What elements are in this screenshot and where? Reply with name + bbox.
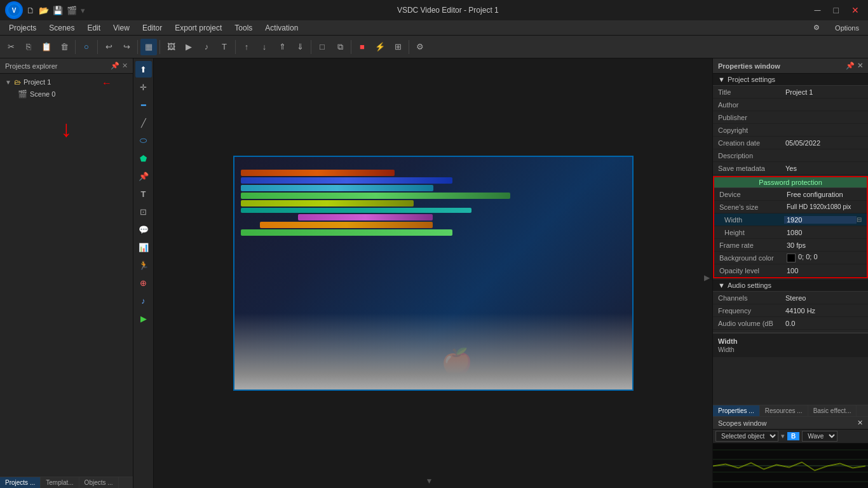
shape-tool[interactable]: □ (314, 39, 330, 55)
redo-tool[interactable]: ↪ (118, 39, 135, 55)
figure-tool[interactable]: 🏃 (135, 257, 152, 273)
minimize-btn[interactable]: ─ (811, 4, 825, 17)
menu-export[interactable]: Export project (168, 22, 228, 34)
settings-tool[interactable]: ⚙ (412, 39, 428, 55)
track-block-3 (241, 185, 433, 191)
chart-tool[interactable]: 📊 (135, 239, 152, 255)
prop-label-creation-date: Creation date (713, 139, 783, 147)
scopes-object-select[interactable]: Selected object (715, 431, 778, 442)
oval-tool[interactable]: ⬭ (135, 132, 152, 149)
pen-tool[interactable]: ╱ (135, 114, 152, 131)
track-block-7 (260, 222, 433, 228)
prop-value-width[interactable]: 1920 (784, 216, 857, 224)
width-spinner[interactable]: ⊟ (857, 216, 867, 223)
menu-activation[interactable]: Activation (259, 22, 304, 34)
right-panel-tabs: Properties ... Resources ... Basic effec… (713, 405, 868, 416)
prop-audio-volume: Audio volume (dB 0.0 (713, 317, 868, 330)
add-video[interactable]: ▶ (180, 39, 197, 55)
arrow-up2[interactable]: ⇑ (274, 39, 290, 55)
menu-scenes[interactable]: Scenes (43, 22, 81, 34)
panel-pin[interactable]: 📌 (111, 62, 119, 70)
arrow-up[interactable]: ↑ (238, 39, 255, 55)
effect-tool[interactable]: ⚡ (372, 39, 388, 55)
pin-tool[interactable]: 📌 (135, 168, 152, 184)
arrow-down2[interactable]: ⇓ (292, 39, 308, 55)
text-tool[interactable]: T (135, 186, 152, 202)
menu-edit[interactable]: Edit (81, 22, 107, 34)
save-btn[interactable]: 💾 (53, 6, 63, 15)
close-btn[interactable]: ✕ (848, 4, 863, 17)
track-block-8 (241, 229, 452, 236)
scopes-header: Scopes window ✕ (713, 417, 868, 430)
pointer-tool[interactable]: ⬆ (135, 61, 152, 78)
panel-tab-projects[interactable]: Projects ... (0, 477, 41, 488)
canvas-scroll-down[interactable]: ▼ (426, 477, 433, 485)
scopes-close[interactable]: ✕ (857, 419, 863, 427)
prop-value-save-metadata: Yes (783, 165, 868, 172)
prop-value-bg-color: 0; 0; 0 (784, 253, 867, 262)
export-btn[interactable]: 🎬 (67, 6, 77, 15)
open-btn[interactable]: 📂 (39, 6, 49, 15)
prop-description: Description (713, 149, 868, 162)
properties-scroll[interactable]: ▼ Project settings Title Project 1 Autho… (713, 74, 868, 405)
menu-tools[interactable]: Tools (228, 22, 259, 34)
add-audio[interactable]: ♪ (198, 39, 215, 55)
prop-device: Device Free configuration (714, 188, 867, 201)
menu-view[interactable]: View (107, 22, 136, 34)
delete-tool[interactable]: 🗑 (56, 39, 72, 55)
menu-projects[interactable]: Projects (3, 22, 43, 34)
subtitle-tool[interactable]: ⊡ (135, 203, 152, 220)
video-preview: 🍎 (234, 157, 632, 390)
separator7 (351, 40, 351, 54)
scene-tree-item[interactable]: 🎬 Scene 0 (0, 88, 133, 100)
prop-frame-rate: Frame rate 30 fps (714, 239, 867, 252)
password-protection-btn[interactable]: Password protection (714, 177, 867, 188)
scopes-title: Scopes window (718, 419, 766, 427)
scopes-b-btn[interactable]: B (787, 432, 799, 440)
panel-tab-objects[interactable]: Objects ... (79, 477, 119, 488)
paste-tool[interactable]: 📋 (38, 39, 55, 55)
audio-tool[interactable]: ♪ (135, 292, 152, 309)
panel-close[interactable]: ✕ (122, 62, 128, 70)
separator2 (97, 40, 98, 54)
undo-tool[interactable]: ↩ (100, 39, 117, 55)
prop-label-description: Description (713, 152, 783, 159)
copy-tool[interactable]: ⎘ (20, 39, 37, 55)
props-close[interactable]: ✕ (857, 62, 863, 70)
play-tool[interactable]: ▶ (135, 310, 152, 327)
canvas-scroll-right[interactable]: ▶ (704, 273, 710, 282)
prop-scenes-size: Scene's size Full HD 1920x1080 pix (714, 201, 867, 214)
diamond-tool[interactable]: ⬟ (135, 150, 152, 166)
layer-tool[interactable]: ⧉ (332, 39, 348, 55)
section-collapse-arrow: ▼ (718, 76, 725, 83)
left-panel: Projects explorer 📌 ✕ ← ▼ 🗁 Project 1 🎬 … (0, 58, 133, 488)
tab-basic-effects[interactable]: Basic effect... (808, 405, 857, 416)
color-correct[interactable]: ■ (354, 39, 370, 55)
scopes-wave-select[interactable]: Wave (802, 431, 837, 442)
add-image[interactable]: 🖼 (163, 39, 179, 55)
image2-tool[interactable]: ⊕ (135, 274, 152, 291)
menu-editor[interactable]: Editor (136, 22, 168, 34)
move-tool[interactable]: ✛ (135, 79, 152, 95)
properties-window-header: Properties window 📌 ✕ (713, 58, 868, 74)
audio-settings-label: Audio settings (728, 281, 771, 289)
circle-tool[interactable]: ○ (78, 39, 95, 55)
select-tool[interactable]: ▦ (140, 39, 157, 55)
cut-tool[interactable]: ✂ (3, 39, 19, 55)
rectangle-tool[interactable]: ━ (135, 97, 152, 113)
arrow-down[interactable]: ↓ (256, 39, 273, 55)
tab-properties[interactable]: Properties ... (713, 405, 760, 416)
dropdown-arrow[interactable]: ▾ (81, 6, 85, 15)
speech-tool[interactable]: 💬 (135, 221, 152, 238)
add-text[interactable]: T (216, 39, 233, 55)
project-settings-label: Project settings (728, 76, 775, 83)
props-pin[interactable]: 📌 (846, 62, 855, 70)
panel-tab-templates[interactable]: Templat... (41, 477, 79, 488)
new-btn[interactable]: 🗋 (27, 6, 35, 15)
options-button[interactable]: ⚙ Options (807, 22, 865, 33)
transition-tool[interactable]: ⊞ (390, 39, 406, 55)
tab-resources[interactable]: Resources ... (760, 405, 808, 416)
project-tree-item[interactable]: ▼ 🗁 Project 1 (0, 76, 133, 88)
scopes-dropdown-arrow[interactable]: ▾ (781, 432, 785, 440)
maximize-btn[interactable]: □ (830, 4, 843, 17)
